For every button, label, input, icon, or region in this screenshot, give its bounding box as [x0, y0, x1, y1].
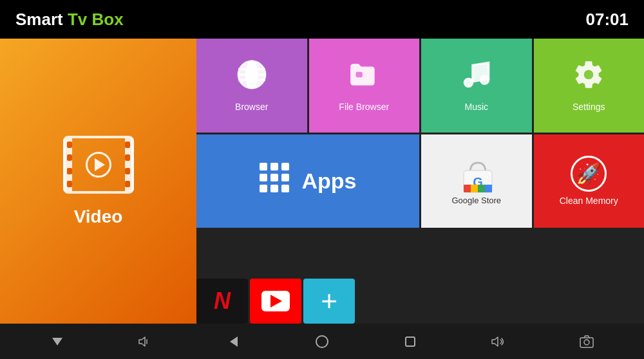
youtube-triangle: [270, 295, 282, 308]
notch: [67, 142, 72, 148]
svg-rect-15: [464, 190, 492, 192]
notch: [67, 168, 72, 174]
youtube-play-icon: [261, 291, 290, 311]
notch: [67, 154, 72, 161]
apps-dot: [270, 174, 278, 181]
filebrowser-label: File Browser: [339, 102, 389, 112]
folder-icon: [348, 59, 380, 97]
logo-white: Smart: [15, 10, 63, 29]
settings-label: Settings: [573, 102, 605, 112]
nav-arrow-back-button[interactable]: [222, 330, 245, 353]
apps-dot: [260, 174, 267, 181]
rocket-icon: 🚀: [571, 156, 607, 192]
nav-back-button[interactable]: [46, 330, 69, 353]
googlestore-tile[interactable]: G Google Store: [421, 134, 532, 228]
svg-rect-5: [356, 72, 363, 77]
notch: [125, 142, 130, 148]
svg-marker-19: [230, 336, 238, 347]
netflix-tile[interactable]: N: [196, 279, 248, 324]
notch: [125, 154, 130, 161]
apps-grid-icon: [260, 163, 289, 192]
film-notches-left: [65, 138, 74, 191]
apps-tile[interactable]: Apps: [196, 134, 419, 228]
notch: [125, 168, 130, 174]
svg-rect-21: [406, 337, 415, 346]
nav-volume-down-button[interactable]: [134, 330, 157, 353]
apps-dot: [281, 185, 289, 192]
plus-icon: +: [321, 287, 337, 315]
music-icon: [460, 59, 493, 97]
apps-dot: [260, 185, 267, 192]
nav-overview-button[interactable]: [399, 330, 422, 353]
cleanmemory-label: Clean Memory: [560, 196, 618, 206]
video-icon: [63, 136, 134, 194]
cleanmemory-tile[interactable]: 🚀 Clean Memory: [534, 134, 645, 228]
header: Smart Tv Box 07:01: [0, 0, 644, 39]
filebrowser-tile[interactable]: File Browser: [309, 39, 420, 133]
settings-tile[interactable]: Settings: [534, 39, 645, 133]
svg-marker-16: [52, 338, 62, 345]
music-label: Music: [464, 102, 488, 112]
video-label: Video: [74, 207, 123, 227]
svg-point-8: [584, 70, 594, 80]
navbar: [0, 324, 644, 359]
googlestore-label: Google Store: [451, 196, 501, 205]
browser-label: Browser: [235, 102, 268, 112]
browser-tile[interactable]: Browser: [196, 39, 307, 133]
play-button-icon: [86, 152, 111, 178]
google-store-icon: G: [459, 156, 494, 192]
film-strip: [63, 136, 134, 194]
film-notches-right: [123, 138, 132, 191]
nav-home-button[interactable]: [310, 330, 334, 353]
notch: [125, 181, 130, 187]
apps-dot: [281, 163, 289, 170]
globe-icon: [236, 59, 268, 97]
logo-green: Tv Box: [63, 10, 124, 29]
svg-point-24: [584, 340, 589, 345]
music-tile[interactable]: Music: [421, 39, 532, 133]
youtube-tile[interactable]: [250, 279, 301, 324]
svg-marker-22: [492, 337, 498, 346]
netflix-logo: N: [214, 288, 231, 315]
svg-point-6: [464, 79, 473, 87]
apps-dot: [260, 163, 267, 170]
video-tile[interactable]: Video: [0, 39, 196, 324]
clock-display: 07:01: [586, 10, 629, 30]
app-logo: Smart Tv Box: [15, 10, 124, 30]
nav-screenshot-button[interactable]: [575, 330, 598, 353]
apps-dot: [270, 185, 278, 192]
apps-dot: [281, 174, 289, 181]
notch: [67, 181, 72, 187]
svg-point-20: [316, 336, 328, 347]
play-triangle: [95, 158, 105, 171]
svg-marker-17: [139, 337, 145, 346]
svg-point-7: [480, 76, 489, 84]
nav-volume-up-button[interactable]: [487, 330, 510, 353]
apps-label: Apps: [302, 169, 357, 194]
gear-icon: [573, 59, 605, 97]
add-tile[interactable]: +: [303, 279, 355, 324]
small-tiles-row: N +: [196, 279, 355, 324]
apps-dot: [270, 163, 278, 170]
